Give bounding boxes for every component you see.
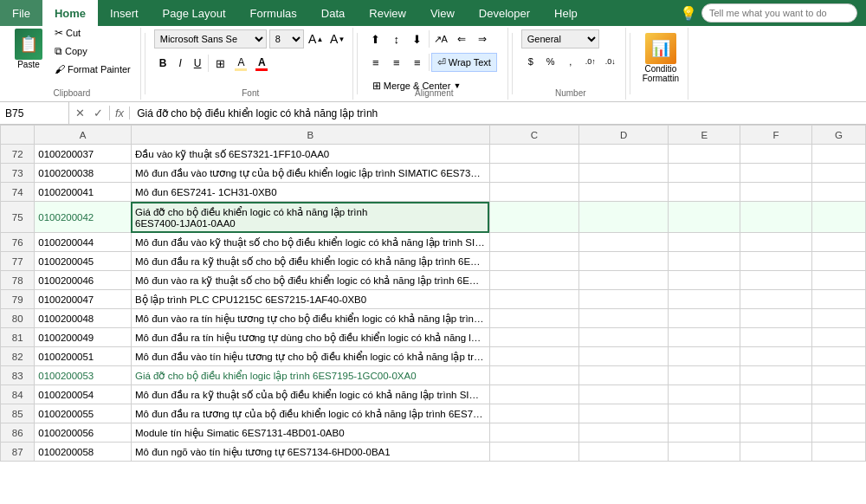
cell-a[interactable]: 0100200037 [35,145,132,164]
cell-c[interactable] [489,404,578,423]
row-header[interactable]: 75 [1,202,35,233]
cancel-formula-button[interactable]: ✕ [73,106,87,120]
underline-button[interactable]: U [189,54,207,73]
cell-b[interactable]: Mô đun vào ra tín hiệu tương tự cho bộ đ… [131,309,489,328]
cell-b[interactable]: Mô đun đầu vào kỹ thuật số cho bộ điều k… [131,233,489,252]
align-left-button[interactable]: ≡ [366,53,385,72]
cell-c[interactable] [489,423,578,443]
cell-a[interactable]: 0100200047 [35,290,132,309]
row-header[interactable]: 78 [1,271,35,290]
indent-decrease-button[interactable]: ⇐ [452,29,471,48]
cell-e[interactable] [669,347,740,366]
cell-b[interactable]: Giá đỡ cho bộ điều khiển logic lập trình… [131,366,489,385]
cut-button[interactable]: ✂ Cut [50,24,135,42]
cell-b[interactable]: Mô đun ngõ vào tín hiệu tương tự 6ES7134… [131,443,489,462]
cell-f[interactable] [740,404,812,423]
wrap-text-button[interactable]: ⏎ Wrap Text [431,53,497,72]
align-bottom-button[interactable]: ⬇ [408,29,427,48]
cell-e[interactable] [669,404,740,423]
cell-d[interactable] [579,385,669,404]
conditional-formatting-button[interactable]: 📊 Conditio Formattin [639,29,682,87]
tab-view[interactable]: View [418,0,467,26]
cell-c[interactable] [489,328,578,347]
cell-e[interactable] [669,183,740,202]
cell-f[interactable] [740,385,812,404]
cell-f[interactable] [740,183,812,202]
tab-data[interactable]: Data [309,0,357,26]
formula-input[interactable] [130,107,866,120]
increase-decimal-button[interactable]: .0↑ [581,52,600,71]
cell-e[interactable] [669,366,740,385]
cell-c[interactable] [489,290,578,309]
cell-f[interactable] [740,145,812,164]
cell-f[interactable] [740,233,812,252]
currency-button[interactable]: $ [521,52,540,71]
cell-e[interactable] [669,164,740,183]
cell-c[interactable] [489,233,578,252]
tab-file[interactable]: File [0,0,42,26]
cell-a[interactable]: 0100200041 [35,183,132,202]
col-header-b[interactable]: B [131,126,489,145]
cell-f[interactable] [740,423,812,443]
cell-d[interactable] [579,202,669,233]
row-header[interactable]: 80 [1,309,35,328]
cell-g[interactable] [811,404,865,423]
cell-g[interactable] [811,202,865,233]
cell-c[interactable] [489,271,578,290]
cell-b[interactable]: Đầu vào kỹ thuật số 6ES7321-1FF10-0AA0 [131,145,489,164]
cell-a[interactable]: 0100200038 [35,164,132,183]
cell-e[interactable] [669,271,740,290]
fill-color-button[interactable]: A [231,54,250,73]
cell-c[interactable] [489,252,578,271]
cell-b[interactable]: Mô đun đầu ra tín hiệu tương tự dùng cho… [131,328,489,347]
percent-button[interactable]: % [541,52,560,71]
tab-page-layout[interactable]: Page Layout [151,0,238,26]
cell-g[interactable] [811,328,865,347]
copy-button[interactable]: ⧉ Copy [50,42,135,60]
col-header-c[interactable]: C [489,126,578,145]
cell-f[interactable] [740,443,812,462]
cell-a[interactable]: 0100200049 [35,328,132,347]
col-header-f[interactable]: F [740,126,812,145]
cell-g[interactable] [811,366,865,385]
cell-reference[interactable]: B75 [0,102,69,124]
cell-b[interactable]: Module tín hiệu Simatic 6ES7131-4BD01-0A… [131,423,489,443]
cell-g[interactable] [811,183,865,202]
bold-button[interactable]: B [154,54,172,73]
col-header-e[interactable]: E [669,126,740,145]
cell-f[interactable] [740,271,812,290]
cell-d[interactable] [579,233,669,252]
cell-f[interactable] [740,202,812,233]
cell-d[interactable] [579,290,669,309]
cell-b[interactable]: Bộ lập trình PLC CPU1215C 6ES7215-1AF40-… [131,290,489,309]
cell-f[interactable] [740,347,812,366]
cell-a[interactable]: 0100200042 [35,202,132,233]
cell-g[interactable] [811,309,865,328]
italic-button[interactable]: I [173,54,186,73]
cell-f[interactable] [740,328,812,347]
row-header[interactable]: 82 [1,347,35,366]
decrease-font-button[interactable]: A▼ [328,29,347,48]
cell-f[interactable] [740,366,812,385]
row-header[interactable]: 83 [1,366,35,385]
cell-b[interactable]: Mô đun đầu vào tín hiệu tương tự cho bộ … [131,347,489,366]
cell-f[interactable] [740,164,812,183]
confirm-formula-button[interactable]: ✓ [91,106,106,120]
cell-g[interactable] [811,443,865,462]
cell-d[interactable] [579,271,669,290]
cell-a[interactable]: 0100200051 [35,347,132,366]
align-right-button[interactable]: ≡ [408,53,427,72]
row-header[interactable]: 77 [1,252,35,271]
tab-help[interactable]: Help [542,0,590,26]
cell-g[interactable] [811,385,865,404]
col-header-g[interactable]: G [811,126,865,145]
row-header[interactable]: 73 [1,164,35,183]
col-header-a[interactable]: A [35,126,132,145]
row-header[interactable]: 72 [1,145,35,164]
cell-e[interactable] [669,252,740,271]
tell-me-input[interactable] [701,3,857,23]
row-header[interactable]: 85 [1,404,35,423]
col-header-d[interactable]: D [579,126,669,145]
cell-c[interactable] [489,164,578,183]
row-header[interactable]: 86 [1,423,35,443]
